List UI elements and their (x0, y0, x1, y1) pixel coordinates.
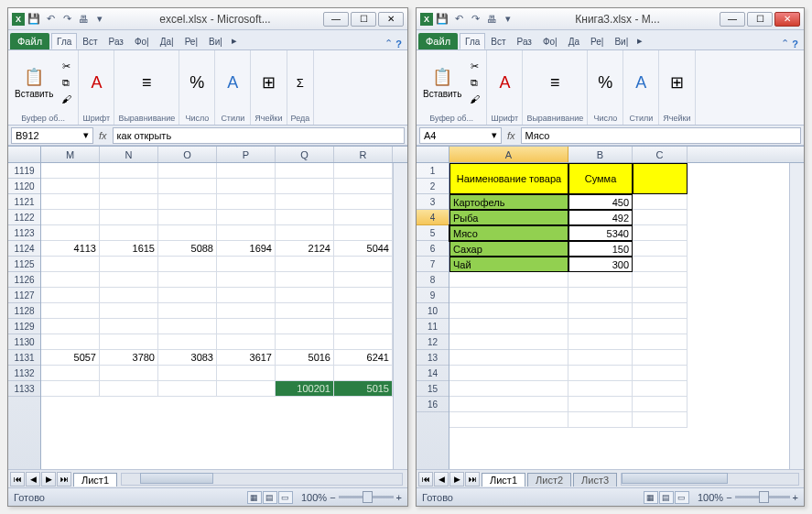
cell[interactable] (100, 179, 158, 194)
number-button[interactable]: % (183, 70, 211, 95)
maximize-button[interactable]: ☐ (747, 12, 773, 27)
cell[interactable] (449, 412, 568, 428)
row-header[interactable]: 13 (417, 350, 449, 366)
cell[interactable] (41, 179, 100, 194)
row-header[interactable]: 11 (417, 319, 449, 334)
save-icon[interactable]: 💾 (27, 12, 41, 27)
sheet-tab[interactable]: Лист3 (573, 473, 617, 487)
view-normal-icon[interactable]: ▦ (247, 491, 262, 504)
zoom-level[interactable]: 100% (301, 492, 327, 503)
cell[interactable] (158, 381, 217, 397)
col-header[interactable]: B (568, 147, 633, 162)
cell[interactable]: Наименование товара (449, 163, 568, 194)
cell[interactable] (41, 288, 100, 303)
view-layout-icon[interactable]: ▤ (659, 491, 674, 504)
row-header[interactable]: 16 (417, 397, 449, 412)
cell[interactable] (100, 303, 158, 319)
cell[interactable] (158, 225, 217, 241)
ribbon-tab-home[interactable]: Гла (51, 33, 77, 49)
cell[interactable]: Чай (449, 257, 568, 272)
cell[interactable] (568, 272, 633, 288)
cell[interactable] (158, 257, 217, 272)
cell[interactable] (276, 210, 334, 225)
cell[interactable] (41, 319, 100, 334)
cell[interactable] (217, 225, 276, 241)
cell[interactable] (276, 225, 334, 241)
help-icon[interactable]: ? (395, 38, 402, 49)
cell[interactable] (217, 163, 276, 179)
col-header[interactable]: C (633, 147, 687, 162)
cell[interactable]: 3617 (217, 350, 276, 366)
cell[interactable] (449, 272, 568, 288)
ribbon-tab[interactable]: Раз (512, 33, 537, 49)
cell[interactable] (41, 225, 100, 241)
print-icon[interactable]: 🖶 (484, 12, 499, 27)
cell[interactable]: 3780 (100, 350, 158, 366)
cell[interactable] (633, 288, 687, 303)
cell[interactable] (41, 381, 100, 397)
cell[interactable] (633, 225, 687, 241)
cell[interactable] (41, 194, 100, 210)
undo-icon[interactable]: ↶ (43, 12, 58, 27)
cell[interactable] (633, 366, 687, 381)
minimize-ribbon-icon[interactable]: ⌃ (384, 38, 393, 49)
cell[interactable] (276, 163, 334, 179)
cell[interactable] (158, 179, 217, 194)
paste-button[interactable]: 📋Вставить (420, 64, 464, 101)
cell[interactable]: 150 (568, 241, 633, 257)
cell[interactable]: 5088 (158, 241, 217, 257)
cell[interactable] (41, 257, 100, 272)
row-header[interactable]: 1132 (8, 366, 40, 381)
cell[interactable] (217, 366, 276, 381)
cell[interactable] (334, 179, 393, 194)
cell[interactable] (633, 210, 687, 225)
cell[interactable] (41, 272, 100, 288)
cell[interactable]: 300 (568, 257, 633, 272)
cell[interactable] (41, 334, 100, 350)
ribbon-tab[interactable]: Раз (103, 33, 129, 49)
cell[interactable] (334, 334, 393, 350)
cell[interactable]: 100201 (276, 381, 334, 397)
undo-icon[interactable]: ↶ (451, 12, 466, 27)
cell[interactable] (568, 350, 633, 366)
cell[interactable]: Рыба (449, 210, 568, 225)
minimize-button[interactable]: — (323, 12, 349, 27)
cell[interactable] (276, 179, 334, 194)
font-button[interactable]: A (82, 70, 110, 95)
ribbon-tab[interactable]: Ре| (585, 33, 609, 49)
fx-icon[interactable]: fx (95, 130, 111, 141)
cell[interactable]: 5057 (41, 350, 100, 366)
col-header[interactable]: M (41, 147, 100, 162)
cell[interactable]: Картофель (449, 194, 568, 210)
cell[interactable] (568, 303, 633, 319)
cell[interactable] (449, 303, 568, 319)
row-header[interactable]: 1130 (8, 334, 40, 350)
font-button[interactable]: A (491, 70, 518, 95)
cell[interactable] (449, 366, 568, 381)
row-header[interactable]: 1129 (8, 319, 40, 334)
row-header[interactable]: 1121 (8, 194, 40, 210)
cell[interactable] (276, 366, 334, 381)
cell[interactable] (568, 288, 633, 303)
ribbon-tab[interactable]: Да| (155, 33, 179, 49)
cell[interactable] (158, 210, 217, 225)
view-break-icon[interactable]: ▭ (675, 491, 689, 504)
cell[interactable] (217, 272, 276, 288)
cell[interactable] (334, 288, 393, 303)
cell[interactable] (41, 210, 100, 225)
zoom-slider[interactable] (339, 496, 394, 498)
cell[interactable] (158, 272, 217, 288)
cell[interactable]: 450 (568, 194, 633, 210)
fx-icon[interactable]: fx (503, 130, 519, 141)
row-header[interactable]: 7 (417, 257, 449, 272)
cell[interactable]: Мясо (449, 225, 568, 241)
cell[interactable] (568, 412, 633, 428)
cell[interactable]: 4113 (41, 241, 100, 257)
ribbon-tab[interactable]: Ви| (609, 33, 633, 49)
row-header[interactable]: 10 (417, 303, 449, 319)
row-header[interactable]: 1124 (8, 241, 40, 257)
print-icon[interactable]: 🖶 (76, 12, 91, 27)
cell[interactable]: 3083 (158, 350, 217, 366)
cell[interactable] (158, 319, 217, 334)
zoom-level[interactable]: 100% (698, 492, 723, 503)
